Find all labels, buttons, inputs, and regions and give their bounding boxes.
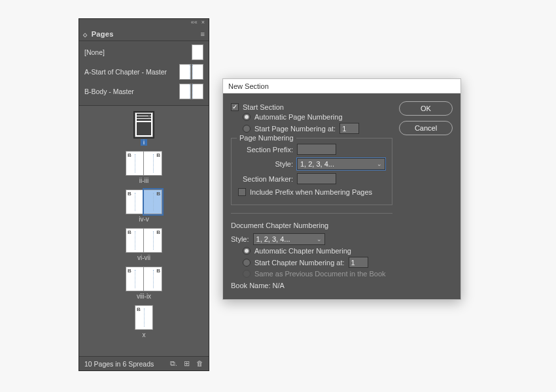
master-item-a[interactable]: A-Start of Chapter - Master (79, 62, 209, 82)
master-thumb-spread (179, 84, 203, 99)
start-section-label: Start Section (243, 103, 284, 111)
page-prefix: B (128, 268, 131, 274)
section-marker-input[interactable] (297, 173, 336, 184)
doc-style-select[interactable]: 1, 2, 3, 4... ⌄ (253, 233, 325, 245)
ok-button-label: OK (421, 105, 431, 112)
section-prefix-label: Section Prefix: (238, 146, 297, 154)
updown-icon[interactable]: ◇ (83, 32, 87, 38)
panel-header: ◇ Pages ≡ (79, 27, 209, 41)
start-section-row[interactable]: Start Section (231, 103, 392, 111)
include-prefix-row[interactable]: Include Prefix when Numbering Pages (238, 188, 385, 196)
new-page-icon[interactable]: ⊞ (184, 359, 190, 368)
page-numbering-legend: Page Numbering (237, 134, 296, 142)
pages-status-text: 10 Pages in 6 Spreads (84, 360, 154, 368)
page-style-select[interactable]: 1, 2, 3, 4... ⌄ (297, 158, 385, 170)
panel-menu-icon[interactable]: ≡ (201, 30, 205, 38)
master-label: B-Body - Master (84, 88, 174, 95)
same-as-prev-radio (243, 270, 251, 278)
panel-top-controls: «« × (79, 19, 209, 27)
divider (231, 213, 392, 214)
page-thumb-selected[interactable]: B (144, 189, 162, 214)
master-thumb-spread (179, 64, 203, 80)
start-chapter-at-radio[interactable] (243, 259, 251, 267)
same-as-prev-label: Same as Previous Document in the Book (254, 270, 386, 278)
auto-chapter-row[interactable]: Automatic Chapter Numbering (243, 247, 392, 255)
start-page-at-input[interactable] (339, 123, 359, 134)
cancel-button[interactable]: Cancel (399, 121, 453, 135)
page-thumb[interactable]: B (126, 151, 144, 176)
include-prefix-label: Include Prefix when Numbering Pages (250, 188, 372, 196)
page-prefix: B (156, 191, 160, 197)
chevron-down-icon: ⌄ (317, 236, 322, 242)
doc-style-value: 1, 2, 3, 4... (256, 235, 290, 243)
page-prefix: B (128, 191, 131, 197)
page-prefix: B (128, 229, 131, 235)
section-marker-label: Section Marker: (238, 175, 297, 183)
page-prefix: B (128, 152, 131, 158)
page-thumb[interactable]: B (144, 267, 162, 291)
spread-label: iv-v (139, 216, 149, 223)
doc-style-row: Style: 1, 2, 3, 4... ⌄ (231, 233, 392, 245)
trash-icon[interactable]: 🗑 (196, 359, 203, 368)
book-name-label: Book Name: N/A (231, 282, 285, 289)
pages-panel: «« × ◇ Pages ≡ [None] A-Start of Chapter… (78, 18, 209, 371)
auto-page-numbering-label: Automatic Page Numbering (254, 113, 343, 121)
start-chapter-at-input[interactable] (349, 257, 368, 268)
page-numbering-fieldset: Page Numbering Section Prefix: Style: 1,… (231, 138, 392, 205)
include-prefix-checkbox[interactable] (238, 188, 246, 196)
dialog-title: New Section (228, 82, 269, 90)
spread-label: viii-ix (137, 293, 151, 300)
auto-page-numbering-radio[interactable] (243, 113, 251, 121)
start-page-at-row[interactable]: Start Page Numbering at: (243, 123, 392, 134)
master-item-b[interactable]: B-Body - Master (79, 82, 209, 101)
start-page-at-radio[interactable] (243, 125, 251, 133)
master-label: [None] (84, 48, 186, 56)
spread-block[interactable]: B x (135, 305, 153, 338)
start-page-at-label: Start Page Numbering at: (254, 125, 336, 133)
section-prefix-input[interactable] (297, 144, 336, 155)
chevron-down-icon: ⌄ (377, 161, 382, 167)
spread-label: x (143, 331, 146, 338)
same-as-prev-row: Same as Previous Document in the Book (243, 270, 392, 278)
page-style-value: 1, 2, 3, 4... (300, 160, 334, 168)
collapse-icon[interactable]: «« (191, 19, 198, 27)
new-section-dialog: New Section Start Section Automatic Page… (222, 78, 461, 300)
start-section-checkbox[interactable] (231, 103, 239, 111)
auto-page-numbering-row[interactable]: Automatic Page Numbering (243, 113, 392, 121)
page-prefix: B (156, 229, 160, 235)
cancel-button-label: Cancel (415, 124, 437, 132)
page-thumb[interactable]: B (126, 228, 144, 253)
book-name-row: Book Name: N/A (231, 282, 392, 289)
ok-button[interactable]: OK (399, 101, 453, 116)
page-thumb[interactable]: B (126, 189, 144, 214)
page-thumb[interactable]: B (135, 305, 153, 330)
panel-title: ◇ Pages (83, 30, 114, 38)
edit-page-size-icon[interactable]: ⧉. (170, 359, 177, 368)
page-thumb[interactable]: B (126, 267, 144, 291)
spread-block[interactable]: B B viii-ix (126, 267, 162, 300)
page-style-label: Style: (238, 160, 297, 168)
doc-style-label: Style: (231, 235, 249, 243)
doc-chapter-title: Document Chapter Numbering (231, 221, 392, 229)
dialog-titlebar[interactable]: New Section (223, 79, 460, 93)
page-prefix: A (147, 114, 151, 120)
panel-footer: 10 Pages in 6 Spreads ⧉. ⊞ 🗑 (79, 356, 209, 370)
page-thumb[interactable]: B (144, 228, 162, 253)
auto-chapter-label: Automatic Chapter Numbering (254, 247, 351, 255)
spread-block[interactable]: A i (135, 112, 153, 146)
spread-label: i (141, 139, 147, 146)
spread-label: ii-iii (139, 177, 148, 184)
page-prefix: B (137, 306, 141, 312)
panel-title-text: Pages (92, 30, 114, 38)
close-panel-icon[interactable]: × (201, 19, 205, 27)
start-chapter-at-row[interactable]: Start Chapter Numbering at: (243, 257, 392, 268)
auto-chapter-radio[interactable] (243, 247, 251, 255)
spread-block[interactable]: B B iv-v (126, 189, 162, 223)
spreads-area[interactable]: A i B B ii-iii (79, 106, 209, 356)
master-item-none[interactable]: [None] (79, 42, 209, 62)
page-thumb[interactable]: B (144, 151, 162, 176)
spread-block[interactable]: B B vi-vii (126, 228, 162, 261)
spread-block[interactable]: B B ii-iii (126, 151, 162, 184)
master-thumb-single (192, 44, 203, 60)
page-thumb-first[interactable]: A (135, 112, 153, 137)
